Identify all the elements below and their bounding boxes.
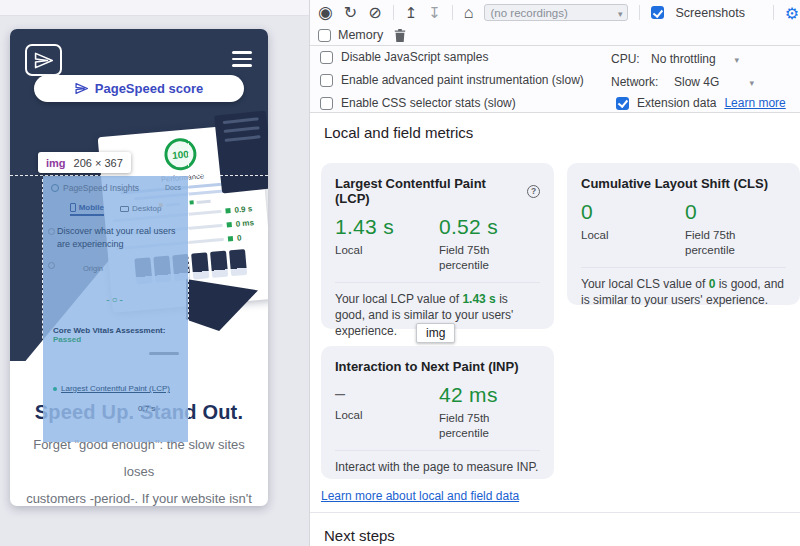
psi-origin-label: Origin (83, 264, 103, 273)
help-icon[interactable]: ? (527, 185, 540, 198)
hero-paragraph: Forget "good enough": the slow sites los… (18, 431, 260, 506)
psi-docs-link: Docs (165, 184, 181, 191)
element-dimensions: 206 × 367 (74, 157, 123, 169)
extension-data-label: Extension data (637, 96, 716, 110)
next-steps-heading: Next steps (324, 527, 395, 544)
psi-header: PageSpeed Insights (51, 183, 139, 193)
psi-tab-desktop: Desktop (120, 203, 161, 216)
devtools-performance-panel: ◉ ↻ ⊘ ↥ ↧ ⌂ (no recordings) Screenshots … (309, 0, 800, 546)
inspected-page-viewport: PageSpeed score 100 Performance 0.9 s 0 … (0, 0, 309, 546)
toolbar-divider (639, 5, 640, 20)
performance-score: 100 (172, 148, 190, 160)
hamburger-menu-icon[interactable] (232, 51, 252, 67)
element-tag: img (46, 157, 66, 169)
psi-lcp-link: Largest Contentful Paint (LCP) (53, 384, 170, 393)
element-highlight-overlay: PageSpeed Insights Docs Mobile Desktop D… (43, 176, 188, 442)
element-size-tooltip: img 206 × 367 (38, 152, 131, 173)
collect-garbage-icon[interactable] (394, 29, 406, 42)
psi-lcp-value: 0.7 s (138, 404, 155, 413)
lcp-metric-card: Largest Contentful Paint (LCP) ? 1.43 s … (321, 163, 554, 329)
psi-expand-link (149, 352, 179, 355)
lcp-card-title: Largest Contentful Paint (LCP) (335, 176, 519, 206)
cls-local-value: 0 (581, 200, 685, 224)
load-profile-button[interactable]: ↥ (405, 5, 418, 20)
performance-toolbar: ◉ ↻ ⊘ ↥ ↧ ⌂ (no recordings) Screenshots … (310, 0, 800, 46)
website-page: PageSpeed score 100 Performance 0.9 s 0 … (10, 29, 268, 506)
cls-field-label: Field 75th percentile (685, 228, 771, 258)
card-divider (335, 450, 540, 451)
reload-and-record-button[interactable]: ↻ (344, 5, 357, 21)
card-divider (581, 267, 786, 268)
cpu-label: CPU: (611, 52, 640, 66)
css-selector-stats-checkbox[interactable] (320, 97, 333, 110)
disable-js-samples-label: Disable JavaScript samples (341, 50, 488, 64)
save-profile-button[interactable]: ↧ (428, 5, 441, 20)
psi-tab-mobile: Mobile (70, 203, 104, 216)
extension-learn-more-link[interactable]: Learn more (724, 96, 785, 110)
psi-tabs: Mobile Desktop (43, 203, 188, 216)
inp-local-label: Local (335, 408, 421, 423)
psi-gauge: -○- (43, 294, 188, 305)
capture-settings-pane: Disable JavaScript samples Enable advanc… (310, 46, 800, 113)
lcp-local-value: 1.43 s (335, 215, 439, 239)
screenshots-checkbox[interactable] (651, 6, 664, 19)
paragraph-line: customers -period-. If your website isn'… (18, 485, 260, 506)
psi-discover-text: Discover what your real users are experi… (57, 225, 179, 251)
extension-data-checkbox[interactable] (616, 97, 629, 110)
record-button[interactable]: ◉ (318, 4, 333, 21)
pagespeed-score-label: PageSpeed score (95, 81, 203, 96)
cls-card-title: Cumulative Layout Shift (CLS) (581, 176, 768, 191)
memory-checkbox[interactable] (318, 29, 331, 42)
section-divider (310, 512, 800, 513)
cls-local-label: Local (581, 228, 667, 243)
card-divider (335, 282, 540, 283)
learn-more-field-data-link[interactable]: Learn more about local and field data (321, 489, 519, 503)
psi-side-icon (48, 228, 55, 235)
cls-description: Your local CLS value of 0 is good, and i… (581, 276, 786, 308)
performance-score-ring: 100 (163, 137, 198, 172)
cls-field-value: 0 (685, 200, 771, 224)
screenshot-fragment (214, 110, 268, 193)
psi-logo-icon (51, 184, 59, 192)
inp-local-value: – (335, 383, 439, 404)
laptop-icon (120, 206, 129, 212)
inspect-guide-line (10, 175, 268, 176)
psi-cwv-assessment: Core Web Vitals Assessment: Passed (53, 326, 181, 344)
node-link-tooltip: img (416, 323, 455, 343)
advanced-paint-checkbox[interactable] (320, 74, 333, 87)
inp-card-title: Interaction to Next Paint (INP) (335, 359, 518, 374)
capture-settings-gear-icon[interactable]: ⚙ (785, 4, 799, 23)
toolbar-divider (773, 5, 774, 20)
inp-description: Interact with the page to measure INP. (335, 459, 540, 475)
toolbar-divider (393, 5, 394, 20)
memory-label: Memory (338, 28, 383, 42)
lcp-field-value: 0.52 s (439, 215, 525, 239)
lcp-field-label: Field 75th percentile (439, 243, 525, 273)
inp-field-label: Field 75th percentile (439, 411, 525, 441)
rocket-icon (75, 82, 88, 95)
recordings-dropdown[interactable]: (no recordings) (484, 4, 628, 21)
psi-side-icon (48, 262, 55, 269)
screenshots-label: Screenshots (675, 6, 744, 20)
cpu-throttling-value: No throttling (651, 52, 716, 66)
inspect-guide-line (188, 133, 189, 443)
disable-js-samples-checkbox[interactable] (320, 51, 333, 64)
recordings-dropdown-value: (no recordings) (490, 7, 567, 19)
live-metrics-home-button[interactable]: ⌂ (464, 5, 474, 21)
inp-field-value: 42 ms (439, 383, 525, 407)
cpu-throttling-select[interactable]: No throttling (651, 52, 739, 66)
pagespeed-score-button[interactable]: PageSpeed score (34, 75, 244, 102)
lcp-local-label: Local (335, 243, 421, 258)
viewport-top-strip (0, 0, 309, 16)
site-logo[interactable] (25, 44, 62, 76)
cls-metric-card: Cumulative Layout Shift (CLS) 0 Local 0 … (567, 163, 800, 305)
network-throttling-select[interactable]: Slow 4G (674, 75, 754, 89)
network-throttling-value: Slow 4G (674, 75, 719, 89)
local-field-metrics-heading: Local and field metrics (324, 124, 473, 141)
clear-recordings-button[interactable]: ⊘ (368, 5, 381, 21)
css-selector-stats-label: Enable CSS selector stats (slow) (341, 96, 516, 110)
advanced-paint-label: Enable advanced paint instrumentation (s… (341, 73, 584, 87)
toolbar-divider (452, 5, 453, 20)
inp-metric-card: Interaction to Next Paint (INP) – Local … (321, 346, 554, 479)
phone-icon (70, 203, 76, 212)
